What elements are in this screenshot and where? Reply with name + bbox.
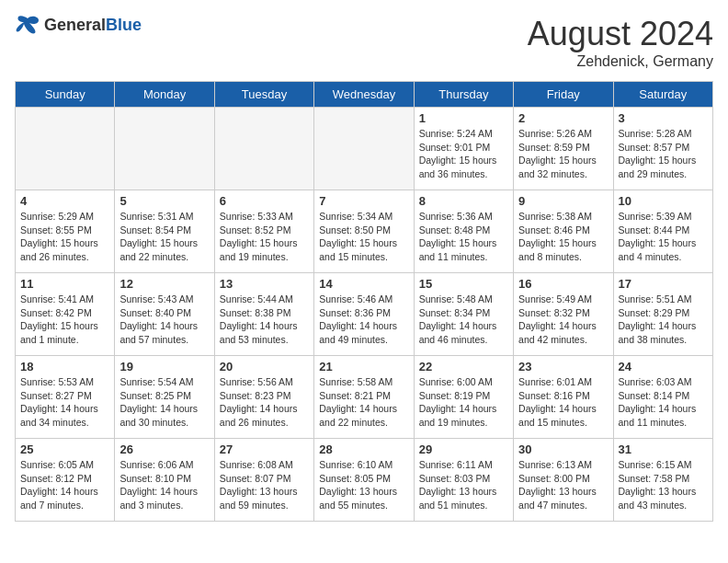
- day-number: 19: [119, 360, 209, 373]
- day-number: 20: [220, 360, 309, 373]
- calendar-cell: [16, 108, 115, 190]
- calendar-cell: 8Sunrise: 5:36 AM Sunset: 8:48 PM Daylig…: [414, 190, 513, 273]
- day-number: 4: [20, 194, 109, 208]
- day-number: 29: [419, 442, 508, 456]
- day-number: 6: [220, 194, 309, 208]
- day-number: 28: [319, 442, 408, 456]
- day-number: 15: [419, 277, 508, 291]
- day-header-tuesday: Tuesday: [214, 82, 313, 108]
- day-info: Sunrise: 5:29 AM Sunset: 8:55 PM Dayligh…: [20, 210, 109, 264]
- calendar-cell: 14Sunrise: 5:46 AM Sunset: 8:36 PM Dayli…: [314, 273, 414, 356]
- day-info: Sunrise: 5:39 AM Sunset: 8:44 PM Dayligh…: [619, 210, 708, 264]
- day-headers-row: SundayMondayTuesdayWednesdayThursdayFrid…: [16, 82, 713, 108]
- day-number: 3: [619, 111, 708, 125]
- day-header-thursday: Thursday: [414, 82, 513, 108]
- calendar-cell: 29Sunrise: 6:11 AM Sunset: 8:03 PM Dayli…: [414, 439, 513, 522]
- calendar-cell: 3Sunrise: 5:28 AM Sunset: 8:57 PM Daylig…: [613, 108, 712, 190]
- calendar-cell: 2Sunrise: 5:26 AM Sunset: 8:59 PM Daylig…: [514, 108, 613, 190]
- calendar-cell: 28Sunrise: 6:10 AM Sunset: 8:05 PM Dayli…: [314, 439, 414, 522]
- calendar-cell: 4Sunrise: 5:29 AM Sunset: 8:55 PM Daylig…: [16, 190, 115, 273]
- title-block: August 2024 Zehdenick, Germany: [528, 15, 713, 70]
- calendar-cell: 6Sunrise: 5:33 AM Sunset: 8:52 PM Daylig…: [214, 190, 313, 273]
- day-info: Sunrise: 5:24 AM Sunset: 9:01 PM Dayligh…: [419, 127, 508, 181]
- calendar-cell: 18Sunrise: 5:53 AM Sunset: 8:27 PM Dayli…: [16, 356, 115, 439]
- calendar-cell: 12Sunrise: 5:43 AM Sunset: 8:40 PM Dayli…: [115, 273, 214, 356]
- calendar-cell: 25Sunrise: 6:05 AM Sunset: 8:12 PM Dayli…: [16, 439, 115, 522]
- day-number: 17: [619, 277, 708, 291]
- day-number: 24: [619, 360, 708, 373]
- calendar-cell: [214, 108, 313, 190]
- day-number: 25: [20, 442, 109, 456]
- day-info: Sunrise: 6:03 AM Sunset: 8:14 PM Dayligh…: [619, 375, 708, 430]
- logo-blue: Blue: [106, 16, 142, 34]
- calendar-cell: 22Sunrise: 6:00 AM Sunset: 8:19 PM Dayli…: [414, 356, 513, 439]
- day-info: Sunrise: 6:10 AM Sunset: 8:05 PM Dayligh…: [319, 458, 408, 512]
- day-header-wednesday: Wednesday: [314, 82, 414, 108]
- calendar-cell: 17Sunrise: 5:51 AM Sunset: 8:29 PM Dayli…: [613, 273, 712, 356]
- day-number: 12: [119, 277, 209, 291]
- day-number: 7: [319, 194, 408, 208]
- calendar-cell: 26Sunrise: 6:06 AM Sunset: 8:10 PM Dayli…: [115, 439, 214, 522]
- day-info: Sunrise: 5:58 AM Sunset: 8:21 PM Dayligh…: [319, 375, 408, 430]
- logo-bird-icon: [15, 15, 40, 35]
- day-info: Sunrise: 5:51 AM Sunset: 8:29 PM Dayligh…: [619, 293, 708, 347]
- logo: GeneralBlue: [15, 15, 142, 35]
- day-info: Sunrise: 5:31 AM Sunset: 8:54 PM Dayligh…: [119, 210, 209, 264]
- day-number: 23: [518, 360, 608, 373]
- day-header-saturday: Saturday: [613, 82, 712, 108]
- day-header-friday: Friday: [514, 82, 613, 108]
- day-info: Sunrise: 5:46 AM Sunset: 8:36 PM Dayligh…: [319, 293, 408, 347]
- day-info: Sunrise: 6:08 AM Sunset: 8:07 PM Dayligh…: [220, 458, 309, 512]
- day-number: 2: [518, 111, 608, 125]
- day-info: Sunrise: 5:48 AM Sunset: 8:34 PM Dayligh…: [419, 293, 508, 347]
- calendar-cell: 19Sunrise: 5:54 AM Sunset: 8:25 PM Dayli…: [115, 356, 214, 439]
- calendar-cell: [115, 108, 214, 190]
- day-number: 5: [119, 194, 209, 208]
- calendar-cell: 24Sunrise: 6:03 AM Sunset: 8:14 PM Dayli…: [613, 356, 712, 439]
- day-info: Sunrise: 5:53 AM Sunset: 8:27 PM Dayligh…: [20, 375, 109, 430]
- day-number: 16: [518, 277, 608, 291]
- week-row-2: 4Sunrise: 5:29 AM Sunset: 8:55 PM Daylig…: [16, 190, 713, 273]
- day-number: 1: [419, 111, 508, 125]
- day-number: 27: [220, 442, 309, 456]
- day-info: Sunrise: 6:00 AM Sunset: 8:19 PM Dayligh…: [419, 375, 508, 430]
- day-info: Sunrise: 5:56 AM Sunset: 8:23 PM Dayligh…: [220, 375, 309, 430]
- week-row-3: 11Sunrise: 5:41 AM Sunset: 8:42 PM Dayli…: [16, 273, 713, 356]
- day-info: Sunrise: 5:33 AM Sunset: 8:52 PM Dayligh…: [220, 210, 309, 264]
- calendar-cell: 20Sunrise: 5:56 AM Sunset: 8:23 PM Dayli…: [214, 356, 313, 439]
- day-info: Sunrise: 6:01 AM Sunset: 8:16 PM Dayligh…: [518, 375, 608, 430]
- day-number: 22: [419, 360, 508, 373]
- day-number: 18: [20, 360, 109, 373]
- calendar-cell: 31Sunrise: 6:15 AM Sunset: 7:58 PM Dayli…: [613, 439, 712, 522]
- calendar-cell: 13Sunrise: 5:44 AM Sunset: 8:38 PM Dayli…: [214, 273, 313, 356]
- calendar-cell: 21Sunrise: 5:58 AM Sunset: 8:21 PM Dayli…: [314, 356, 414, 439]
- day-info: Sunrise: 5:28 AM Sunset: 8:57 PM Dayligh…: [619, 127, 708, 181]
- day-number: 31: [619, 442, 708, 456]
- calendar-cell: 1Sunrise: 5:24 AM Sunset: 9:01 PM Daylig…: [414, 108, 513, 190]
- calendar-cell: [314, 108, 414, 190]
- calendar-cell: 9Sunrise: 5:38 AM Sunset: 8:46 PM Daylig…: [514, 190, 613, 273]
- day-info: Sunrise: 5:38 AM Sunset: 8:46 PM Dayligh…: [518, 210, 608, 264]
- day-number: 9: [518, 194, 608, 208]
- calendar-cell: 30Sunrise: 6:13 AM Sunset: 8:00 PM Dayli…: [514, 439, 613, 522]
- day-info: Sunrise: 6:13 AM Sunset: 8:00 PM Dayligh…: [518, 458, 608, 512]
- calendar-cell: 16Sunrise: 5:49 AM Sunset: 8:32 PM Dayli…: [514, 273, 613, 356]
- calendar-table: SundayMondayTuesdayWednesdayThursdayFrid…: [15, 81, 713, 522]
- day-number: 10: [619, 194, 708, 208]
- week-row-4: 18Sunrise: 5:53 AM Sunset: 8:27 PM Dayli…: [16, 356, 713, 439]
- calendar-cell: 23Sunrise: 6:01 AM Sunset: 8:16 PM Dayli…: [514, 356, 613, 439]
- week-row-1: 1Sunrise: 5:24 AM Sunset: 9:01 PM Daylig…: [16, 108, 713, 190]
- day-number: 26: [119, 442, 209, 456]
- logo-general: General: [44, 16, 106, 34]
- day-info: Sunrise: 6:15 AM Sunset: 7:58 PM Dayligh…: [619, 458, 708, 512]
- calendar-cell: 7Sunrise: 5:34 AM Sunset: 8:50 PM Daylig…: [314, 190, 414, 273]
- day-info: Sunrise: 6:06 AM Sunset: 8:10 PM Dayligh…: [119, 458, 209, 512]
- month-year-title: August 2024: [528, 15, 713, 53]
- calendar-cell: 27Sunrise: 6:08 AM Sunset: 8:07 PM Dayli…: [214, 439, 313, 522]
- day-info: Sunrise: 5:43 AM Sunset: 8:40 PM Dayligh…: [119, 293, 209, 347]
- day-info: Sunrise: 5:44 AM Sunset: 8:38 PM Dayligh…: [220, 293, 309, 347]
- day-number: 21: [319, 360, 408, 373]
- calendar-cell: 11Sunrise: 5:41 AM Sunset: 8:42 PM Dayli…: [16, 273, 115, 356]
- calendar-cell: 10Sunrise: 5:39 AM Sunset: 8:44 PM Dayli…: [613, 190, 712, 273]
- day-number: 30: [518, 442, 608, 456]
